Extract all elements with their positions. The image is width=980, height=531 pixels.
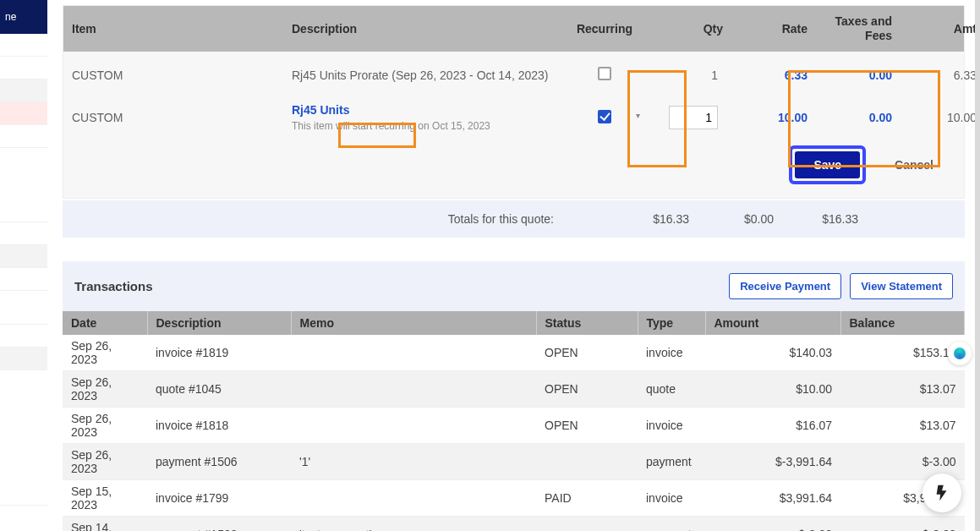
transaction-row[interactable]: Sep 26, 2023invoice #1818OPENinvoice$16.… (63, 408, 965, 444)
recurring-checkbox[interactable] (598, 110, 611, 123)
view-statement-button[interactable]: View Statement (850, 273, 953, 299)
transaction-row[interactable]: Sep 14, 2023payment #1502'test payment'p… (63, 517, 965, 532)
col-description: Description (292, 22, 554, 36)
amt-value: 10.00 (892, 111, 977, 124)
col-taxes-fees: Taxes and Fees (808, 14, 892, 43)
t-balance: $13.07 (840, 408, 965, 444)
bolt-icon (933, 484, 951, 502)
t-amount: $-3.00 (705, 517, 840, 532)
t-amount: $3,991.64 (705, 480, 840, 517)
t-date: Sep 26, 2023 (63, 408, 147, 444)
item-sub-note: This item will start recurring on Oct 15… (292, 120, 554, 132)
t-status (536, 444, 638, 480)
t-type: invoice (638, 335, 705, 371)
receive-payment-button[interactable]: Receive Payment (729, 273, 841, 299)
t-memo: '1' (291, 444, 536, 480)
t-date: Sep 14, 2023 (63, 517, 147, 532)
t-memo (291, 371, 536, 408)
floating-action-button[interactable] (923, 474, 961, 512)
t-desc: quote #1045 (147, 371, 291, 408)
t-status: OPEN (536, 371, 638, 408)
item-type: CUSTOM (72, 68, 292, 82)
item-type: CUSTOM (72, 111, 292, 124)
t-type: payment (638, 444, 705, 480)
qty-input[interactable] (669, 106, 718, 129)
tcol-amount[interactable]: Amount (705, 311, 840, 335)
item-description: Rj45 Units Prorate (Sep 26, 2023 - Oct 1… (292, 68, 554, 82)
t-status: OPEN (536, 335, 638, 371)
recurring-checkbox[interactable] (598, 67, 611, 80)
t-desc: invoice #1819 (147, 335, 291, 371)
amt-value: 6.33 (892, 68, 977, 82)
t-status: PAID (536, 480, 638, 517)
tax-value[interactable]: 0.00 (808, 111, 892, 124)
totals-tax: $0.00 (689, 212, 774, 226)
chat-icon (954, 348, 966, 359)
totals-subtotal: $16.33 (588, 212, 689, 226)
t-date: Sep 15, 2023 (63, 480, 147, 517)
col-rate: Rate (723, 22, 808, 36)
transactions-header: Transactions Receive Payment View Statem… (63, 261, 965, 311)
help-chat-bubble[interactable] (948, 342, 972, 365)
transaction-row[interactable]: Sep 26, 2023quote #1045OPENquote$10.00$1… (63, 371, 965, 408)
save-button-highlight: Save (789, 145, 866, 184)
transaction-row[interactable]: Sep 26, 2023payment #1506'1'payment$-3,9… (63, 444, 965, 480)
totals-grand: $16.33 (774, 212, 858, 226)
t-type: invoice (638, 408, 705, 444)
tcol-type[interactable]: Type (638, 311, 705, 335)
save-button[interactable]: Save (795, 151, 860, 178)
t-status (536, 517, 638, 532)
t-balance: $13.07 (840, 371, 965, 408)
tax-value[interactable]: 0.00 (808, 68, 892, 82)
t-amount: $140.03 (705, 335, 840, 371)
transaction-row[interactable]: Sep 15, 2023invoice #1799PAIDinvoice$3,9… (63, 480, 965, 517)
t-balance: $-3.00 (840, 517, 965, 532)
totals-label: Totals for this quote: (76, 212, 588, 226)
t-desc: payment #1506 (147, 444, 291, 480)
nav-active-item[interactable]: ne (0, 0, 47, 34)
chevron-down-icon[interactable]: ▾ (636, 111, 640, 120)
tcol-memo[interactable]: Memo (291, 311, 536, 335)
t-balance: $153.10 (840, 335, 965, 371)
transactions-table: Date Description Memo Status Type Amount… (63, 311, 965, 531)
tcol-balance[interactable]: Balance (840, 311, 965, 335)
quote-items-card: Item Description Recurring Qty Rate Taxe… (63, 5, 965, 199)
col-item: Item (72, 22, 292, 36)
tcol-status[interactable]: Status (536, 311, 638, 335)
tcol-description[interactable]: Description (147, 311, 291, 335)
cancel-button[interactable]: Cancel (876, 151, 952, 178)
rate-value[interactable]: 6.33 (723, 68, 808, 82)
t-memo (291, 408, 536, 444)
quote-totals-bar: Totals for this quote: $16.33 $0.00 $16.… (63, 200, 965, 238)
t-amount: $-3,991.64 (705, 444, 840, 480)
quote-items-header-row: Item Description Recurring Qty Rate Taxe… (63, 6, 964, 52)
col-qty: Qty (655, 22, 723, 36)
scrollbar[interactable] (975, 0, 980, 531)
t-desc: invoice #1818 (147, 408, 291, 444)
t-type: invoice (638, 480, 705, 517)
t-amount: $16.07 (705, 408, 840, 444)
quote-row: CUSTOMRj45 Units Prorate (Sep 26, 2023 -… (63, 52, 964, 88)
tcol-date[interactable]: Date (63, 311, 147, 335)
left-sidebar-sliver: ne (0, 0, 47, 531)
rate-value[interactable]: 10.00 (723, 111, 808, 124)
quote-row: CUSTOMRj45 UnitsThis item will start rec… (63, 88, 964, 137)
t-amount: $10.00 (705, 371, 840, 408)
item-description[interactable]: Rj45 UnitsThis item will start recurring… (292, 103, 554, 132)
t-date: Sep 26, 2023 (63, 371, 147, 408)
t-desc: payment #1502 (147, 517, 291, 532)
transactions-title: Transactions (74, 279, 153, 293)
t-memo (291, 335, 536, 371)
transaction-row[interactable]: Sep 26, 2023invoice #1819OPENinvoice$140… (63, 335, 965, 371)
t-status: OPEN (536, 408, 638, 444)
t-date: Sep 26, 2023 (63, 335, 147, 371)
col-recurring: Recurring (554, 22, 655, 36)
t-desc: invoice #1799 (147, 480, 291, 517)
t-date: Sep 26, 2023 (63, 444, 147, 480)
col-amt: Amt (892, 22, 977, 36)
t-type: quote (638, 371, 705, 408)
t-type: payment (638, 517, 705, 532)
t-memo (291, 480, 536, 517)
t-memo: 'test payment' (291, 517, 536, 532)
